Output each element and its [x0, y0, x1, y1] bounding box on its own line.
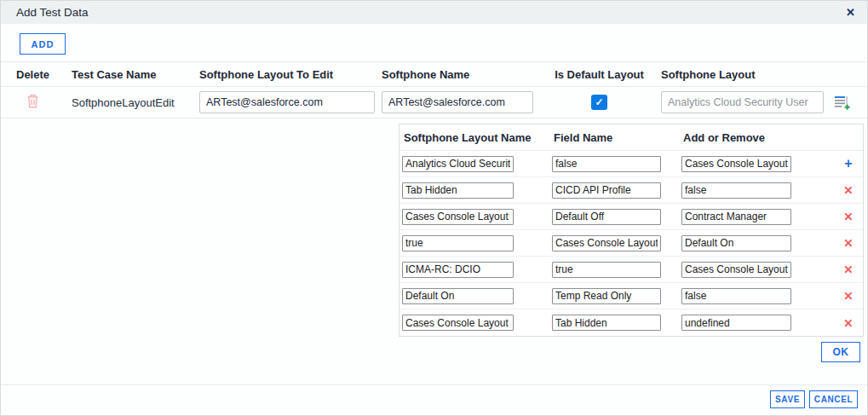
column-header-field-name: Field Name: [552, 131, 681, 144]
add-layout-detail-button[interactable]: [834, 95, 850, 111]
softphone-layout-detail-table: Softphone Layout Name Field Name Add or …: [399, 124, 864, 337]
add-or-remove-input[interactable]: [681, 209, 791, 225]
table-header-row: Delete Test Case Name Softphone Layout T…: [1, 62, 867, 87]
add-or-remove-input[interactable]: [681, 315, 791, 331]
remove-x-icon: ✕: [843, 316, 853, 330]
field-name-input[interactable]: [552, 235, 661, 251]
remove-x-icon: ✕: [843, 236, 853, 250]
remove-x-icon: ✕: [843, 183, 853, 197]
softphone-layout-name-input[interactable]: [402, 315, 514, 331]
cancel-button[interactable]: CANCEL: [809, 390, 858, 408]
softphone-layout-name-input[interactable]: [402, 262, 514, 278]
footer-divider: [1, 384, 867, 385]
softphone-layout-to-edit-input[interactable]: [199, 91, 375, 113]
remove-detail-row-button[interactable]: ✕: [833, 289, 864, 303]
detail-row: ✕: [400, 177, 863, 204]
field-name-input[interactable]: [552, 156, 661, 172]
dialog-header: Add Test Data ✕: [1, 1, 867, 24]
softphone-layout-name-input[interactable]: [402, 288, 514, 304]
column-header-softphone-layout-to-edit: Softphone Layout To Edit: [199, 68, 382, 81]
softphone-layout-name-input[interactable]: [402, 156, 514, 172]
column-header-softphone-name: Softphone Name: [382, 68, 537, 81]
field-name-input[interactable]: [552, 288, 661, 304]
remove-x-icon: ✕: [843, 263, 853, 276]
remove-detail-row-button[interactable]: ✕: [833, 263, 864, 276]
detail-row: ✕: [400, 204, 863, 230]
add-or-remove-input[interactable]: [681, 235, 791, 251]
add-detail-row-button[interactable]: +: [833, 156, 864, 171]
add-or-remove-input[interactable]: [681, 156, 791, 172]
column-header-softphone-layout-name: Softphone Layout Name: [402, 131, 552, 144]
nested-table-header-row: Softphone Layout Name Field Name Add or …: [400, 124, 863, 151]
dialog-title: Add Test Data: [1, 6, 89, 19]
detail-row: ✕: [400, 230, 863, 257]
column-header-add-or-remove: Add or Remove: [681, 131, 833, 144]
field-name-input[interactable]: [552, 315, 661, 331]
remove-detail-row-button[interactable]: ✕: [833, 236, 864, 250]
detail-row: +: [400, 151, 863, 177]
field-name-input[interactable]: [552, 262, 661, 278]
remove-detail-row-button[interactable]: ✕: [833, 316, 864, 330]
add-or-remove-input[interactable]: [681, 262, 791, 278]
table-row: SoftphoneLayoutEdit ✓: [1, 87, 867, 118]
trash-icon: [26, 94, 39, 108]
plus-icon: +: [844, 156, 852, 171]
detail-row: ✕: [400, 309, 863, 336]
softphone-layout-input[interactable]: [661, 91, 824, 113]
is-default-layout-checkbox[interactable]: ✓: [591, 95, 607, 110]
add-or-remove-input[interactable]: [681, 288, 791, 304]
softphone-layout-name-input[interactable]: [402, 182, 514, 199]
remove-detail-row-button[interactable]: ✕: [833, 183, 864, 197]
field-name-input[interactable]: [552, 209, 661, 225]
field-name-input[interactable]: [552, 182, 661, 199]
delete-row-button[interactable]: [26, 94, 39, 108]
close-icon[interactable]: ✕: [842, 5, 859, 20]
add-button[interactable]: ADD: [20, 33, 66, 55]
checkmark-icon: ✓: [595, 96, 603, 108]
column-header-is-default-layout: Is Default Layout: [537, 68, 661, 81]
detail-row: ✕: [400, 283, 863, 309]
softphone-layout-name-input[interactable]: [402, 235, 514, 251]
add-or-remove-input[interactable]: [681, 182, 791, 199]
detail-row: ✕: [400, 257, 863, 283]
list-add-icon: [834, 95, 850, 111]
remove-x-icon: ✕: [843, 210, 853, 223]
column-header-softphone-layout: Softphone Layout: [661, 68, 867, 81]
remove-detail-row-button[interactable]: ✕: [833, 210, 864, 223]
save-button[interactable]: SAVE: [770, 390, 805, 408]
add-test-data-dialog: Add Test Data ✕ ADD Delete Test Case Nam…: [0, 0, 868, 416]
softphone-layout-name-input[interactable]: [402, 209, 514, 225]
ok-button[interactable]: OK: [821, 342, 860, 362]
test-case-name-value: SoftphoneLayoutEdit: [72, 96, 199, 109]
softphone-name-input[interactable]: [382, 91, 533, 113]
remove-x-icon: ✕: [843, 289, 853, 303]
column-header-test-case-name: Test Case Name: [72, 68, 199, 81]
test-data-table: Delete Test Case Name Softphone Layout T…: [1, 61, 867, 118]
column-header-delete: Delete: [1, 68, 72, 81]
